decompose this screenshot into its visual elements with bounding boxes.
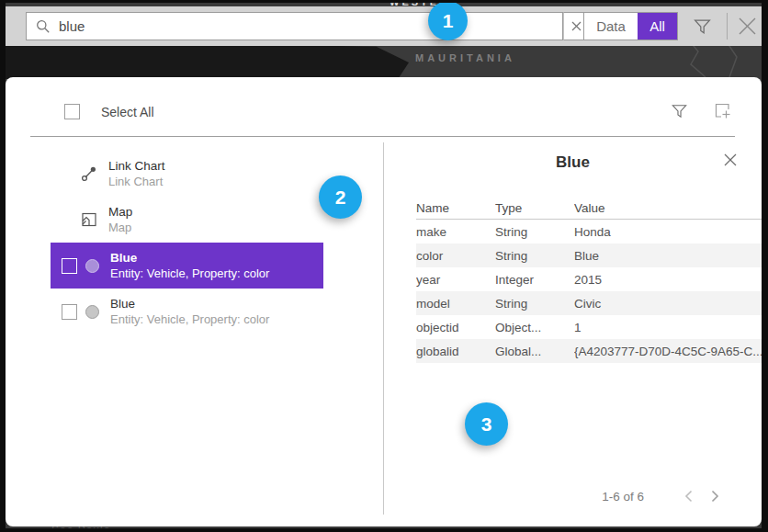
cell-name: make: [416, 220, 495, 243]
result-item-blue-selected[interactable]: Blue Entity: Vehicle, Property: color: [51, 243, 323, 289]
result-item-map[interactable]: Map Map: [51, 197, 323, 243]
result-title: Link Chart: [108, 158, 165, 174]
result-item-link-chart[interactable]: Link Chart Link Chart: [51, 151, 323, 197]
cell-value: 1: [574, 315, 767, 339]
results-panel: Select All: [6, 77, 762, 526]
frame-border: [0, 0, 768, 3]
cell-type: Global...: [495, 339, 574, 363]
search-box: [26, 12, 563, 40]
result-title: Blue: [110, 250, 269, 266]
close-icon: [737, 24, 758, 40]
chevron-left-icon: [684, 490, 693, 503]
toolbar-divider: [727, 13, 728, 40]
cell-name: color: [416, 243, 495, 267]
close-search-button[interactable]: [737, 16, 758, 40]
table-header-row: Name Type Value: [416, 198, 767, 220]
map-landmass-shape: [0, 40, 138, 79]
result-subtitle: Link Chart: [108, 174, 165, 189]
column-header: Name: [416, 198, 495, 219]
result-checkbox[interactable]: [62, 258, 77, 274]
result-title: Blue: [110, 296, 269, 311]
callout-badge-2: 2: [319, 175, 362, 219]
previous-page-button[interactable]: [675, 486, 702, 506]
pagination: 1-6 of 6: [602, 486, 728, 506]
table-row: globalid Global... {A4203777-D70D-4C5C-9…: [416, 339, 767, 363]
detail-pane: Blue Name Type Value make: [384, 142, 762, 526]
result-title: Map: [108, 204, 132, 220]
add-to-selection-button[interactable]: [713, 101, 732, 124]
cell-type: String: [495, 291, 574, 315]
properties-table: Name Type Value make String Honda color …: [416, 198, 767, 363]
link-chart-icon: [81, 165, 97, 182]
filter-funnel-icon: [671, 107, 688, 122]
table-row: make String Honda: [416, 220, 767, 243]
cell-name: model: [416, 291, 495, 315]
result-subtitle: Map: [108, 220, 132, 235]
results-filter-button[interactable]: [671, 102, 688, 123]
table-row: color String Blue: [416, 243, 767, 267]
scope-all-button[interactable]: All: [638, 13, 677, 40]
result-subtitle: Entity: Vehicle, Property: color: [110, 311, 269, 327]
frame-border: [0, 0, 6, 532]
cell-type: Object...: [495, 315, 574, 339]
search-toolbar: Data All: [6, 6, 762, 46]
cell-type: String: [495, 243, 574, 267]
toolbar-filter-button[interactable]: [693, 17, 712, 40]
detail-title: Blue: [384, 153, 762, 172]
add-square-icon: [713, 108, 732, 123]
result-list: Link Chart Link Chart Map Map: [51, 151, 323, 334]
frame-border: [0, 528, 768, 532]
map-label-mauritania: MAURITANIA: [415, 52, 515, 63]
scope-toggle: Data All: [583, 12, 678, 40]
callout-badge-1: 1: [428, 1, 468, 40]
result-checkbox[interactable]: [62, 304, 77, 320]
cell-type: Integer: [495, 267, 574, 291]
next-page-button[interactable]: [702, 486, 728, 506]
panel-header-divider: [30, 136, 735, 137]
column-header: Type: [495, 198, 574, 219]
map-landmass-shape: [138, 42, 409, 79]
cell-name: year: [416, 267, 495, 291]
clear-search-icon: [571, 21, 582, 31]
cell-type: String: [495, 220, 574, 243]
callout-badge-3: 3: [465, 402, 508, 446]
map-border-lines: [634, 40, 762, 77]
pagination-label: 1-6 of 6: [602, 490, 644, 504]
select-all-label: Select All: [101, 105, 154, 119]
search-icon: [36, 19, 51, 34]
cell-value: Civic: [574, 291, 767, 315]
table-row: objectid Object... 1: [416, 315, 767, 339]
cell-value: Blue: [574, 243, 767, 267]
cell-value: 2015: [574, 267, 767, 291]
entity-circle-icon: [85, 305, 99, 319]
result-subtitle: Entity: Vehicle, Property: color: [110, 266, 269, 281]
column-header: Value: [574, 198, 767, 219]
table-row: year Integer 2015: [416, 267, 767, 291]
cell-name: objectid: [416, 315, 495, 339]
table-row: model String Civic: [416, 291, 767, 315]
screenshot-root: WESTERN MAURITANIA São Paulo Data All: [0, 0, 768, 532]
close-icon: [723, 154, 738, 170]
cell-value: Honda: [574, 220, 767, 243]
map-icon: [81, 211, 97, 228]
result-item-blue[interactable]: Blue Entity: Vehicle, Property: color: [51, 289, 323, 334]
frame-border: [762, 0, 768, 532]
cell-name: globalid: [416, 339, 495, 363]
chevron-right-icon: [711, 490, 719, 503]
select-all-checkbox[interactable]: [64, 104, 80, 119]
entity-circle-icon: [85, 259, 99, 273]
search-input[interactable]: [59, 13, 562, 40]
filter-funnel-icon: [693, 23, 712, 39]
cell-value: {A4203777-D70D-4C5C-9A65-C...: [574, 339, 767, 363]
scope-data-button[interactable]: Data: [584, 13, 638, 40]
detail-close-button[interactable]: [723, 153, 738, 171]
